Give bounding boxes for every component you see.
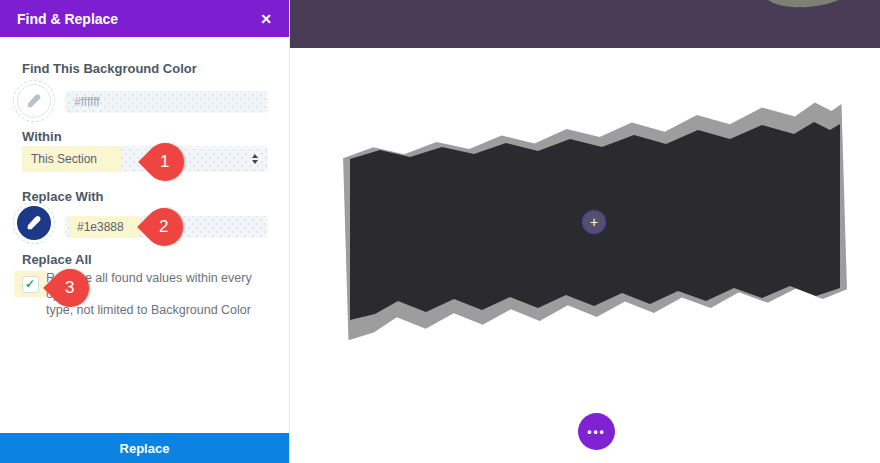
annotation-badge-2: 2 <box>137 200 191 254</box>
find-color-label: Find This Background Color <box>22 61 197 76</box>
torn-paper-divider-graphic[interactable] <box>290 0 880 463</box>
within-selected-value: This Section <box>22 146 121 172</box>
replace-button[interactable]: Replace <box>0 433 289 463</box>
replace-all-checkbox-highlight: ✓ <box>14 271 46 297</box>
select-arrows-icon <box>252 154 258 164</box>
page-preview-canvas: + ••• <box>290 0 880 463</box>
annotation-badge-1: 1 <box>138 135 192 189</box>
find-color-value: #ffffff <box>65 95 100 109</box>
modal-header[interactable]: Find & Replace ✕ <box>0 0 289 37</box>
screen: + ••• Find & Replace ✕ Find This Backgro… <box>0 0 880 463</box>
within-label: Within <box>22 129 62 144</box>
eyedropper-icon <box>26 93 42 109</box>
find-replace-modal: Find & Replace ✕ Find This Background Co… <box>0 0 290 463</box>
replace-all-label: Replace All <box>22 252 92 267</box>
modal-title: Find & Replace <box>17 11 118 27</box>
replace-color-swatch[interactable] <box>17 206 51 240</box>
find-color-swatch[interactable] <box>17 84 51 118</box>
replace-all-checkbox[interactable]: ✓ <box>22 276 39 293</box>
replace-with-label: Replace With <box>22 189 104 204</box>
ellipsis-icon: ••• <box>587 425 606 439</box>
add-module-button[interactable]: + <box>582 210 606 234</box>
check-icon: ✓ <box>25 277 35 291</box>
page-settings-button[interactable]: ••• <box>578 413 615 450</box>
plus-icon: + <box>590 215 598 229</box>
replace-color-value: #1e3888 <box>69 216 140 238</box>
close-icon[interactable]: ✕ <box>260 12 272 26</box>
find-color-input[interactable]: #ffffff <box>65 91 268 113</box>
eyedropper-icon <box>26 215 42 231</box>
